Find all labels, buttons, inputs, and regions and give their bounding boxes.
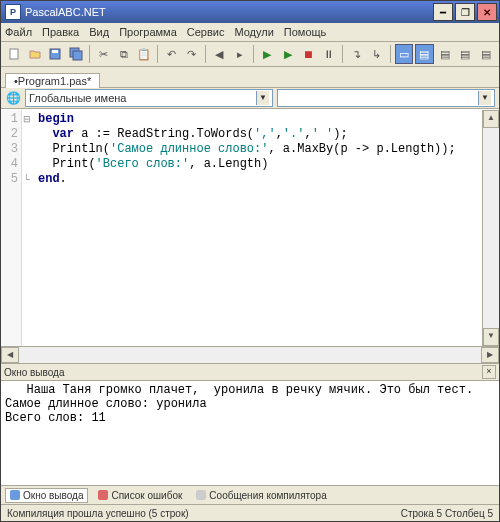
chevron-down-icon: ▼: [478, 91, 491, 105]
line-number: 2: [1, 127, 21, 142]
fold-end-icon: └: [22, 172, 31, 187]
toolbar-sep: [253, 45, 254, 63]
toolbar: ✂ ⧉ 📋 ↶ ↷ ◀ ▸ ▶ ▶ ⏹ ⏸ ↴ ↳ ▭ ▤ ▤ ▤ ▤: [1, 42, 499, 67]
save-all-icon[interactable]: [66, 44, 84, 64]
close-button[interactable]: ✕: [477, 3, 497, 21]
cursor-position: Строка 5 Столбец 5: [401, 508, 493, 519]
chevron-down-icon: ▼: [256, 91, 269, 105]
code-line[interactable]: Print('Всего слов:', a.Length): [38, 157, 482, 172]
file-tab-program1[interactable]: •Program1.pas*: [5, 73, 100, 88]
step-into-icon[interactable]: ↳: [367, 44, 385, 64]
line-gutter: 1 2 3 4 5: [1, 110, 22, 346]
status-bar: Компиляция прошла успешно (5 строк) Стро…: [1, 505, 499, 521]
status-message: Компиляция прошла успешно (5 строк): [7, 508, 189, 519]
code-line[interactable]: end.: [38, 172, 482, 187]
fold-column: ⊟ └: [22, 112, 31, 187]
tab-errors[interactable]: Список ошибок: [94, 489, 186, 502]
cut-icon[interactable]: ✂: [94, 44, 112, 64]
output-panel[interactable]: Наша Таня громко плачет, уронила в речку…: [1, 381, 499, 486]
output-header: Окно вывода ×: [1, 363, 499, 381]
output-panel-icon[interactable]: ▭: [395, 44, 413, 64]
save-icon[interactable]: [46, 44, 64, 64]
maximize-button[interactable]: ❐: [455, 3, 475, 21]
svg-rect-4: [73, 51, 82, 60]
tab-compiler[interactable]: Сообщения компилятора: [192, 489, 330, 502]
redo-icon[interactable]: ↷: [183, 44, 201, 64]
scroll-right-icon[interactable]: ▶: [481, 347, 499, 363]
scroll-track[interactable]: [19, 347, 481, 363]
panel2-icon[interactable]: ▤: [415, 44, 433, 64]
vertical-scrollbar[interactable]: ▲ ▼: [482, 110, 499, 346]
titlebar: P PascalABC.NET ━ ❐ ✕: [1, 1, 499, 23]
app-window: P PascalABC.NET ━ ❐ ✕ Файл Правка Вид Пр…: [0, 0, 500, 522]
line-number: 3: [1, 142, 21, 157]
code-line[interactable]: begin: [38, 112, 482, 127]
scope-dropdown[interactable]: Глобальные имена ▼: [25, 89, 273, 107]
compiler-tab-icon: [196, 490, 206, 500]
scroll-down-icon[interactable]: ▼: [483, 328, 499, 346]
close-panel-icon[interactable]: ×: [482, 365, 496, 379]
globe-icon[interactable]: 🌐: [5, 90, 21, 106]
stop-icon[interactable]: ⏹: [299, 44, 317, 64]
paste-icon[interactable]: 📋: [135, 44, 153, 64]
line-number: 1: [1, 112, 21, 127]
output-title: Окно вывода: [4, 367, 64, 378]
toolbar-sep: [205, 45, 206, 63]
scroll-track[interactable]: [483, 128, 499, 328]
scope-dropdown-value: Глобальные имена: [29, 92, 127, 104]
step-over-icon[interactable]: ↴: [347, 44, 365, 64]
menu-service[interactable]: Сервис: [187, 26, 225, 38]
svg-rect-2: [52, 50, 58, 53]
minimize-button[interactable]: ━: [433, 3, 453, 21]
panel5-icon[interactable]: ▤: [477, 44, 495, 64]
window-title: PascalABC.NET: [25, 6, 433, 18]
output-tab-icon: [10, 490, 20, 500]
nav-arrow-icon[interactable]: ▸: [231, 44, 249, 64]
tab-output[interactable]: Окно вывода: [5, 488, 88, 503]
undo-icon[interactable]: ↶: [162, 44, 180, 64]
copy-icon[interactable]: ⧉: [114, 44, 132, 64]
code-line[interactable]: Println('Самое длинное слово:', a.MaxBy(…: [38, 142, 482, 157]
menu-help[interactable]: Помощь: [284, 26, 327, 38]
toolbar-sep: [390, 45, 391, 63]
navigation-row: 🌐 Глобальные имена ▼ ▼: [1, 88, 499, 109]
pause-icon[interactable]: ⏸: [319, 44, 337, 64]
window-buttons: ━ ❐ ✕: [433, 3, 497, 21]
menu-program[interactable]: Программа: [119, 26, 177, 38]
app-icon: P: [5, 4, 21, 20]
toolbar-sep: [342, 45, 343, 63]
nav-back-icon[interactable]: ◀: [210, 44, 228, 64]
fold-minus-icon[interactable]: ⊟: [22, 112, 31, 127]
menu-bar: Файл Правка Вид Программа Сервис Модули …: [1, 23, 499, 42]
tab-compiler-label: Сообщения компилятора: [209, 490, 326, 501]
menu-view[interactable]: Вид: [89, 26, 109, 38]
new-file-icon[interactable]: [5, 44, 23, 64]
toolbar-sep: [89, 45, 90, 63]
line-number: 4: [1, 157, 21, 172]
errors-tab-icon: [98, 490, 108, 500]
svg-rect-0: [10, 49, 18, 59]
horizontal-scrollbar[interactable]: ◀ ▶: [1, 346, 499, 363]
run-icon[interactable]: ▶: [258, 44, 276, 64]
member-dropdown[interactable]: ▼: [277, 89, 495, 107]
file-tabs: •Program1.pas*: [1, 67, 499, 88]
panel4-icon[interactable]: ▤: [456, 44, 474, 64]
scroll-up-icon[interactable]: ▲: [483, 110, 499, 128]
panel3-icon[interactable]: ▤: [436, 44, 454, 64]
run2-icon[interactable]: ▶: [279, 44, 297, 64]
scroll-left-icon[interactable]: ◀: [1, 347, 19, 363]
menu-edit[interactable]: Правка: [42, 26, 79, 38]
bottom-tabs: Окно вывода Список ошибок Сообщения комп…: [1, 486, 499, 505]
line-number: 5: [1, 172, 21, 187]
menu-file[interactable]: Файл: [5, 26, 32, 38]
code-line[interactable]: var a := ReadString.ToWords(',','.',' ')…: [38, 127, 482, 142]
open-file-icon[interactable]: [25, 44, 43, 64]
code-area[interactable]: begin var a := ReadString.ToWords(',','.…: [22, 110, 482, 346]
tab-output-label: Окно вывода: [23, 490, 83, 501]
toolbar-sep: [157, 45, 158, 63]
menu-modules[interactable]: Модули: [234, 26, 273, 38]
tab-errors-label: Список ошибок: [111, 490, 182, 501]
code-editor[interactable]: 1 2 3 4 5 ⊟ └ begin var a := ReadString.…: [1, 109, 499, 346]
